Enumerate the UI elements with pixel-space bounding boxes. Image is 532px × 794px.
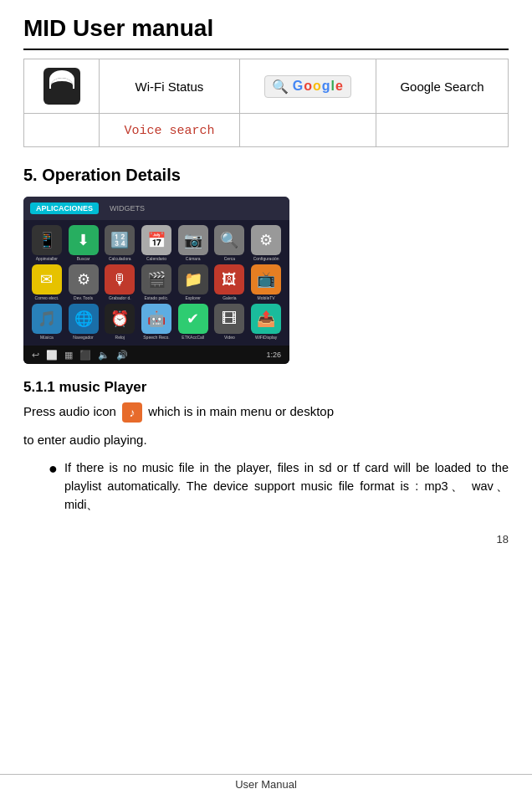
google-search-box: 🔍 Google <box>264 75 351 98</box>
list-item: 🌐Navegador <box>67 304 100 340</box>
list-item: 🎬Estado pelíc. <box>140 264 173 300</box>
screenshot-bottom-bar: ↩ ⬜ ▦ ⬛ 🔈 🔊 1:26 <box>23 346 289 364</box>
list-item: 🖼Galería <box>213 264 247 300</box>
list-item: 📤WiFiDisplay <box>249 304 283 340</box>
row2-col3 <box>239 114 376 147</box>
page-title: MID User manual <box>23 15 509 50</box>
para1-text: Press audio icon <box>23 404 116 418</box>
table-row-1: Wi-Fi Status 🔍 Google Google Search <box>24 59 509 114</box>
list-item: 🔍Cerca <box>213 225 247 261</box>
list-item: ⏰Reloj <box>103 304 136 340</box>
app-icon-video: 🎬 <box>141 264 171 295</box>
list-item: 📱Appinstaller <box>30 225 64 261</box>
screenshot-icon: ⬛ <box>79 350 91 361</box>
app-icon-music: 🎵 <box>32 304 62 334</box>
list-item: ✔ETKAccCall <box>176 304 210 340</box>
voice-search-text: Voice search <box>124 124 214 138</box>
list-item: 🎞Video <box>213 304 247 340</box>
app-icon-clock: ⏰ <box>105 304 135 334</box>
footer-label: User Manual <box>235 778 297 791</box>
row2-col4 <box>376 114 508 147</box>
app-grid: 📱Appinstaller ⬇Buscar 🔢Calculadora 📅Cale… <box>23 220 289 345</box>
app-icon-wifidisplay: 📤 <box>251 304 281 334</box>
vol-down-icon: 🔈 <box>98 350 110 361</box>
google-search-label: Google Search <box>376 59 508 114</box>
audio-icon: ♪ <box>122 402 142 423</box>
para2: to enter audio playing. <box>23 431 509 450</box>
list-item: 🤖Speech Reco. <box>140 304 173 340</box>
app-icon-appinstaller: 📱 <box>32 225 62 255</box>
footer: User Manual <box>0 774 532 794</box>
app-icon-recorder: 🎙 <box>105 264 135 295</box>
list-item: ⬇Buscar <box>67 225 100 261</box>
app-icon-camera: 📷 <box>178 225 208 255</box>
para1-suffix: which is in main menu or desktop <box>148 404 334 418</box>
list-item: 🔢Calculadora <box>103 225 136 261</box>
app-icon-devtools: ⚙ <box>69 264 99 295</box>
tab-aplicaciones: APLICACIONES <box>30 202 99 214</box>
vol-up-icon: 🔊 <box>116 350 128 361</box>
list-item: 📅Calendario <box>140 225 173 261</box>
wifi-icon-cell <box>24 59 100 114</box>
home-icon: ⬜ <box>46 350 58 361</box>
wifi-icon <box>43 68 80 105</box>
status-table: Wi-Fi Status 🔍 Google Google Search Voic… <box>23 59 509 147</box>
section51-heading: 5.1.1 music Player <box>23 379 509 396</box>
list-item: 📺MobileTV <box>249 264 283 300</box>
list-item: 📷Cámara <box>176 225 210 261</box>
list-item: 🎵Música <box>30 304 64 340</box>
row2-col1 <box>24 114 100 147</box>
magnifier-icon: 🔍 <box>272 79 289 95</box>
section5-heading: 5. Operation Details <box>23 166 509 185</box>
bullet-item-1: ● If there is no music file in the playe… <box>49 458 509 515</box>
bullet-content-1: If there is no music file in the player,… <box>64 458 509 515</box>
page-number-top: 18 <box>497 533 509 546</box>
google-search-image-cell: 🔍 Google <box>239 59 376 114</box>
app-icon-explorer: 📁 <box>178 264 208 295</box>
app-icon-cerca: 🔍 <box>214 225 244 255</box>
tab-widgets: WIDGETS <box>104 202 151 214</box>
google-logo: Google <box>293 79 344 94</box>
device-screenshot: APLICACIONES WIDGETS 📱Appinstaller ⬇Busc… <box>23 197 289 364</box>
para1: Press audio icon ♪ which is in main menu… <box>23 402 509 423</box>
nav-icons: ↩ ⬜ ▦ ⬛ 🔈 🔊 <box>32 350 128 361</box>
table-row-2: Voice search <box>24 114 509 147</box>
app-icon-gallery: 🖼 <box>214 264 244 295</box>
app-icon-etk: ✔ <box>178 304 208 334</box>
time-display: 1:26 <box>266 351 281 359</box>
list-item: ✉Correo elect. <box>30 264 64 300</box>
list-item: 🎙Grabador d. <box>103 264 136 300</box>
app-icon-cal: 📅 <box>141 225 171 255</box>
list-item: ⚙Dev. Tools <box>67 264 100 300</box>
app-icon-mail: ✉ <box>32 264 62 295</box>
app-icon-config: ⚙ <box>251 225 281 255</box>
list-item: 📁Explorer <box>176 264 210 300</box>
menu-icon: ▦ <box>64 350 73 361</box>
bullet-dot: ● <box>49 458 58 479</box>
wifi-status-label: Wi-Fi Status <box>100 59 240 114</box>
screenshot-top-bar: APLICACIONES WIDGETS <box>23 197 289 220</box>
bullet-list: ● If there is no music file in the playe… <box>23 458 509 515</box>
app-icon-vid2: 🎞 <box>214 304 244 334</box>
app-icon-calc: 🔢 <box>105 225 135 255</box>
voice-search-label: Voice search <box>100 114 240 147</box>
app-icon-buscar: ⬇ <box>69 225 99 255</box>
back-icon: ↩ <box>32 350 39 361</box>
app-icon-mobiletv: 📺 <box>251 264 281 295</box>
app-icon-browser: 🌐 <box>69 304 99 334</box>
list-item: ⚙Configuración <box>249 225 283 261</box>
app-icon-speech: 🤖 <box>141 304 171 334</box>
